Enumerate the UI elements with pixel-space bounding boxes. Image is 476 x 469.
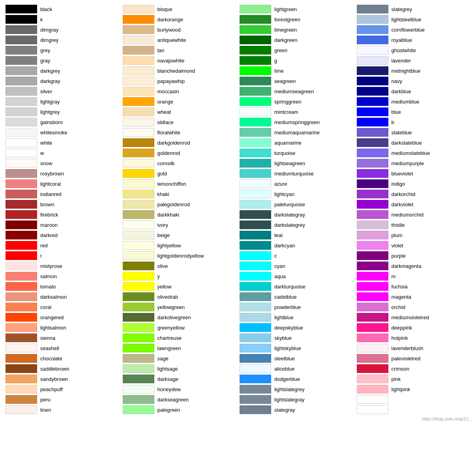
list-item: darkgreen xyxy=(238,35,355,45)
color-swatch xyxy=(240,262,271,270)
list-item: aquamarine xyxy=(238,137,355,148)
color-swatch xyxy=(240,210,271,219)
list-item: mediumorchid xyxy=(355,209,472,220)
color-swatch xyxy=(357,66,388,75)
color-swatch xyxy=(123,66,154,75)
color-name-label: lightcoral xyxy=(40,181,61,187)
color-swatch xyxy=(240,118,271,126)
color-swatch xyxy=(123,46,154,55)
color-swatch xyxy=(123,385,154,394)
color-name-label: chocolate xyxy=(40,356,62,362)
list-item: moccasin xyxy=(121,86,238,96)
color-name-label: thistle xyxy=(392,222,405,228)
color-swatch xyxy=(240,333,271,342)
color-name-label: mediumaquamarine xyxy=(274,130,320,136)
color-name-label: steelblue xyxy=(274,356,295,362)
color-swatch xyxy=(123,97,154,106)
list-item: darkviolet xyxy=(355,199,472,209)
color-swatch xyxy=(123,107,154,116)
color-name-label: antiquewhite xyxy=(157,37,186,43)
color-grid: blackkdimgraydimgreygreygraydarkgreydark… xyxy=(4,4,472,415)
color-swatch xyxy=(123,354,154,363)
list-item: mediumspringgreen xyxy=(238,117,355,127)
color-name-label: lightsteelblue xyxy=(392,17,422,23)
column-2: lightgreenforestgreenlimegreendarkgreeng… xyxy=(238,4,355,415)
list-item: mediumvioletred xyxy=(355,312,472,322)
list-item: cornflowerblue xyxy=(355,24,472,35)
color-name-label: maroon xyxy=(40,222,58,228)
color-name-label: indigo xyxy=(392,181,405,187)
list-item: darkolivegreen xyxy=(121,312,238,322)
color-name-label: darkslategray xyxy=(274,212,305,218)
color-name-label: lightsalmon xyxy=(40,325,66,331)
color-name-label: hotpink xyxy=(392,335,408,341)
color-swatch xyxy=(240,231,271,239)
color-swatch xyxy=(357,46,388,55)
color-swatch xyxy=(123,200,154,209)
color-name-label: darkorange xyxy=(157,17,184,23)
list-item: lightslategrey xyxy=(238,384,355,394)
color-name-label: lightskyblue xyxy=(274,345,301,351)
list-item: lawngreen xyxy=(121,343,238,353)
color-swatch xyxy=(6,46,37,55)
list-item: gold xyxy=(121,168,238,179)
list-item: sienna xyxy=(4,333,121,343)
color-swatch xyxy=(357,385,388,394)
list-item: r xyxy=(4,251,121,261)
color-swatch xyxy=(6,66,37,75)
list-item: navy xyxy=(355,76,472,86)
color-name-label: coral xyxy=(40,304,51,310)
color-name-label: lightslategray xyxy=(274,397,305,403)
color-swatch xyxy=(357,107,388,116)
color-name-label: magenta xyxy=(392,294,412,300)
list-item: deeppink xyxy=(355,322,472,333)
list-item: lightblue xyxy=(238,312,355,322)
color-swatch xyxy=(357,118,388,126)
color-swatch xyxy=(123,128,154,137)
color-swatch xyxy=(123,262,154,270)
color-swatch xyxy=(357,292,388,301)
color-swatch xyxy=(6,36,37,44)
color-name-label: darkturquoise xyxy=(274,284,305,290)
list-item: aliceblue xyxy=(238,364,355,374)
color-name-label: plum xyxy=(392,232,403,238)
color-swatch xyxy=(123,5,154,13)
color-name-label: palegreen xyxy=(157,407,180,413)
color-name-label: yellowgreen xyxy=(157,304,185,310)
color-name-label: bisque xyxy=(157,6,172,12)
list-item: seagreen xyxy=(238,76,355,86)
list-item: paleturquoise xyxy=(238,199,355,209)
list-item: lemonchiffon xyxy=(121,179,238,189)
list-item: indianred xyxy=(4,189,121,199)
list-item: k xyxy=(4,14,121,24)
color-name-label: mediumslateblue xyxy=(392,150,430,156)
color-name-label: darkcyan xyxy=(274,243,295,249)
color-name-label: midnightblue xyxy=(392,68,421,74)
list-item: indigo xyxy=(355,179,472,189)
color-swatch xyxy=(6,364,37,373)
list-item: orangered xyxy=(4,312,121,322)
list-item: mediumslateblue xyxy=(355,148,472,158)
list-item: darkslateblue xyxy=(355,137,472,148)
list-item xyxy=(355,394,472,405)
list-item: greenyellow xyxy=(121,322,238,333)
color-name-label: ghostwhite xyxy=(392,47,416,53)
color-name-label: papayawhip xyxy=(157,78,185,84)
list-item: khaki xyxy=(121,189,238,199)
list-item: palevioletred xyxy=(355,353,472,364)
color-name-label: dodgerblue xyxy=(274,376,300,382)
color-name-label: darksalmon xyxy=(40,294,67,300)
color-swatch xyxy=(123,210,154,219)
color-name-label: orangered xyxy=(40,315,64,320)
list-item: lightgoldenrodyellow xyxy=(121,251,238,261)
color-name-label: chartreuse xyxy=(157,335,182,341)
color-swatch xyxy=(6,179,37,188)
color-swatch xyxy=(6,272,37,281)
list-item: palegreen xyxy=(121,405,238,415)
color-swatch xyxy=(6,77,37,85)
list-item: crimson xyxy=(355,364,472,374)
color-swatch xyxy=(123,323,154,332)
color-name-label: wheat xyxy=(157,109,171,115)
color-swatch xyxy=(357,200,388,209)
color-swatch xyxy=(123,303,154,311)
